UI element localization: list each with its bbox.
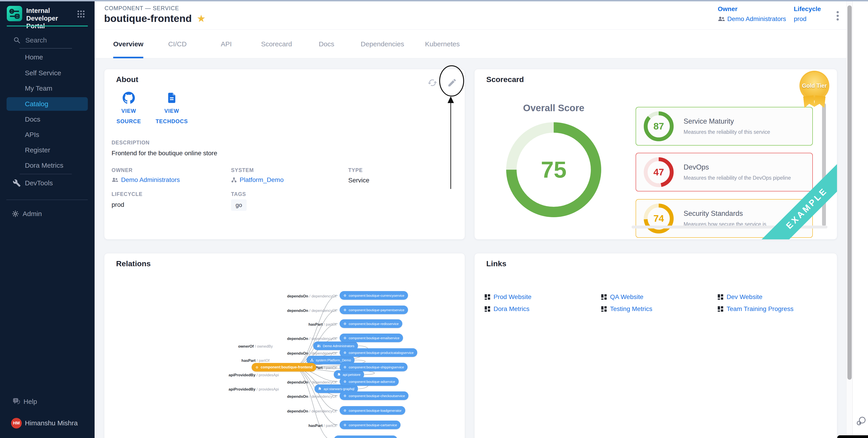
sidebar-item-home[interactable]: Home bbox=[0, 50, 95, 64]
chat-feedback-icon[interactable] bbox=[856, 415, 867, 426]
page-title: boutique-frontend bbox=[104, 13, 192, 25]
component-icon bbox=[343, 394, 347, 398]
sidebar-item-catalog[interactable]: Catalog bbox=[0, 97, 95, 111]
relation-node-component-boutique-currencyservice[interactable]: component:boutique-currencyservice bbox=[340, 291, 408, 300]
svg-text:?: ? bbox=[15, 399, 17, 402]
section-divider bbox=[6, 200, 88, 200]
links-card: Links Prod Website QA Website Dev Websit… bbox=[474, 253, 837, 438]
sidebar-item-label: APIs bbox=[25, 131, 39, 139]
edge-label: hasPart / partOf bbox=[242, 359, 270, 363]
dashboard-icon bbox=[601, 306, 607, 312]
relation-node-component-boutique-adservice[interactable]: component:boutique-adservice bbox=[340, 377, 399, 386]
metric-card-service-maturity[interactable]: 87 Service Maturity Measures the reliabi… bbox=[636, 107, 813, 145]
link-label: Prod Website bbox=[494, 293, 531, 301]
relation-node-cut-off[interactable] bbox=[334, 436, 397, 438]
link-team-training-progress[interactable]: Team Training Progress bbox=[717, 303, 834, 315]
tab-kubernetes[interactable]: Kubernetes bbox=[425, 30, 460, 58]
tab-docs[interactable]: Docs bbox=[319, 30, 334, 58]
github-icon bbox=[123, 92, 135, 104]
search-input[interactable]: Search bbox=[13, 36, 82, 45]
metric-donut: 47 bbox=[644, 157, 674, 187]
relation-node-component-boutique-redisservice[interactable]: component:boutique-redisservice bbox=[340, 319, 402, 328]
link-label: Testing Metrics bbox=[610, 305, 652, 312]
view-techdocs-link[interactable]: VIEW TECHDOCS bbox=[154, 92, 190, 127]
tab-api[interactable]: API bbox=[221, 30, 232, 58]
page-scrollbar-thumb[interactable] bbox=[847, 5, 852, 380]
relation-node-label: api:petstore bbox=[343, 373, 361, 376]
owner-label: Owner bbox=[718, 5, 786, 13]
tab-ci-cd[interactable]: CI/CD bbox=[168, 30, 187, 58]
favorite-star-icon[interactable]: ★ bbox=[197, 13, 206, 24]
edge-label: ownerOf / ownedBy bbox=[238, 344, 273, 349]
lifecycle-block: Lifecycle prod bbox=[794, 5, 821, 23]
link-testing-metrics[interactable]: Testing Metrics bbox=[601, 303, 717, 315]
owner-field-link[interactable]: Demo Administrators bbox=[112, 176, 180, 183]
sidebar-item-label: Catalog bbox=[25, 100, 48, 108]
system-icon bbox=[231, 177, 237, 183]
relations-graph-edges bbox=[104, 254, 465, 438]
edge-label: dependsOn / dependencyOf bbox=[287, 394, 337, 399]
component-icon bbox=[343, 423, 347, 427]
system-field-link[interactable]: Platform_Demo bbox=[231, 176, 284, 183]
page-scrollbar[interactable] bbox=[846, 0, 852, 438]
relation-node-label: api:starwars-graphql bbox=[323, 387, 354, 391]
metric-name: Security Standards bbox=[684, 209, 766, 217]
relation-node-label: component:boutique-paymentservice bbox=[349, 308, 404, 312]
sidebar-item-docs[interactable]: Docs bbox=[0, 112, 95, 127]
link-qa-website[interactable]: QA Website bbox=[601, 291, 717, 303]
kebab-menu-icon[interactable] bbox=[833, 9, 842, 23]
refresh-icon[interactable] bbox=[428, 78, 437, 88]
edit-pencil-icon[interactable] bbox=[447, 78, 457, 88]
apps-grid-icon[interactable] bbox=[76, 9, 86, 19]
tags-field-label: TAGS bbox=[231, 191, 246, 197]
relation-node-component-boutique-cartservice[interactable]: component:boutique-cartservice bbox=[340, 420, 401, 429]
link-label: Team Training Progress bbox=[726, 305, 794, 312]
view-techdocs-label: VIEW TECHDOCS bbox=[154, 106, 190, 127]
owner-link[interactable]: Demo Administrators bbox=[718, 15, 786, 23]
relation-node-component-boutique-loadgenerator[interactable]: component:boutique-loadgenerator bbox=[340, 406, 405, 415]
relation-node-label: Demo Administrators bbox=[323, 344, 354, 348]
link-label: QA Website bbox=[610, 293, 643, 301]
sidebar-item-register[interactable]: Register bbox=[0, 143, 95, 157]
relation-node-center[interactable]: component:boutique-frontend bbox=[252, 363, 316, 372]
wrench-icon bbox=[13, 179, 21, 187]
component-icon bbox=[343, 380, 347, 383]
view-source-label: VIEW SOURCE bbox=[111, 106, 147, 127]
relation-node-component-boutique-productcatalogservice[interactable]: component:boutique-productcatalogservice bbox=[340, 348, 417, 357]
sidebar-item-apis[interactable]: APIs bbox=[0, 128, 95, 142]
lifecycle-value: prod bbox=[794, 15, 806, 23]
view-source-link[interactable]: VIEW SOURCE bbox=[111, 92, 147, 127]
user-menu[interactable]: HM Himanshu Mishra bbox=[0, 416, 95, 430]
relation-node-component-boutique-checkoutservice[interactable]: component:boutique-checkoutservice bbox=[340, 392, 408, 400]
search-underline bbox=[20, 48, 72, 48]
tab-dependencies[interactable]: Dependencies bbox=[361, 30, 404, 58]
entity-header: COMPONENT — SERVICE boutique-frontend ★ … bbox=[95, 0, 846, 30]
metric-card-devops[interactable]: 47 DevOps Measures the reliability of th… bbox=[636, 153, 813, 192]
link-dev-website[interactable]: Dev Website bbox=[717, 291, 834, 303]
relation-node-label: component:boutique-frontend bbox=[261, 365, 312, 369]
relation-node-component-boutique-shippingservice[interactable]: component:boutique-shippingservice bbox=[340, 363, 407, 371]
brand-divider bbox=[7, 26, 88, 27]
edge-label: dependsOn / dependencyOf bbox=[287, 308, 337, 313]
relation-node-label: component:boutique-cartservice bbox=[349, 423, 397, 427]
tab-scorecard[interactable]: Scorecard bbox=[261, 30, 292, 58]
relation-node-component-boutique-paymentservice[interactable]: component:boutique-paymentservice bbox=[340, 306, 408, 314]
sidebar-item-dora-metrics[interactable]: Dora Metrics bbox=[0, 158, 95, 173]
metrics-vertical-scrollbar[interactable] bbox=[822, 103, 826, 226]
dashboard-icon bbox=[485, 306, 490, 312]
relation-node-component-boutique-emailservice[interactable]: component:boutique-emailservice bbox=[340, 334, 403, 342]
link-dora-metrics[interactable]: Dora Metrics bbox=[485, 303, 601, 315]
about-card: About VIEW SOURCE VIEW TECHDOCS DESCRIPT… bbox=[104, 69, 465, 240]
entity-tabs: OverviewCI/CDAPIScorecardDocsDependencie… bbox=[95, 30, 846, 58]
sidebar-item-admin[interactable]: Admin bbox=[0, 207, 95, 221]
sidebar-item-help[interactable]: ? Help bbox=[0, 394, 95, 409]
techdocs-icon bbox=[166, 92, 178, 104]
sidebar-item-label: Admin bbox=[23, 210, 42, 217]
tab-overview[interactable]: Overview bbox=[113, 30, 143, 58]
sidebar-item-devtools[interactable]: DevTools bbox=[0, 176, 95, 190]
link-prod-website[interactable]: Prod Website bbox=[485, 291, 601, 303]
sidebar-item-my-team[interactable]: My Team bbox=[0, 81, 95, 96]
sidebar-item-self-service[interactable]: Self Service bbox=[0, 66, 95, 80]
portal-logo bbox=[7, 6, 22, 21]
sidebar-item-label: My Team bbox=[25, 85, 52, 92]
